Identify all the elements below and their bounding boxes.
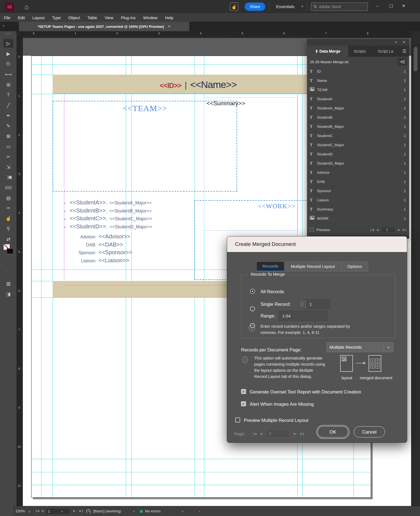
- menu-file[interactable]: File: [4, 16, 10, 20]
- panel-menu-icon[interactable]: ☰: [402, 48, 406, 54]
- free-transform-tool[interactable]: ⇲: [3, 163, 13, 172]
- previous-page-icon[interactable]: ◀: [260, 432, 262, 436]
- field-row-sponsor[interactable]: TSponsor1: [307, 186, 409, 195]
- zoom-tool[interactable]: ⚲: [3, 224, 13, 233]
- zoom-level[interactable]: 100%: [15, 509, 25, 513]
- screen-mode-icon[interactable]: ◨: [3, 290, 13, 299]
- records-per-page-dropdown[interactable]: Multiple Records ∨: [326, 342, 394, 352]
- field-row-summary[interactable]: TSummary1: [307, 205, 409, 214]
- chevron-down-icon[interactable]: ∨: [133, 510, 135, 513]
- eyedropper-tool[interactable]: ✑: [3, 204, 13, 212]
- menu-window[interactable]: Window: [143, 16, 158, 20]
- workspace-switcher[interactable]: Essentials: [276, 4, 294, 9]
- field-row-name[interactable]: TName1: [307, 76, 409, 85]
- single-record-field[interactable]: ∧∨ 1: [298, 299, 330, 309]
- menu-object[interactable]: Object: [68, 16, 80, 20]
- chevron-down-icon[interactable]: ∨: [181, 510, 183, 513]
- type-tool[interactable]: T: [3, 91, 13, 99]
- all-records-radio[interactable]: [250, 289, 255, 294]
- next-record-icon[interactable]: ▶: [398, 228, 400, 232]
- dialog-title[interactable]: Create Merged Document: [227, 236, 407, 252]
- rectangle-tool[interactable]: ▭: [3, 142, 13, 151]
- close-tab-icon[interactable]: ✕: [168, 25, 171, 28]
- preview-record-field[interactable]: 1: [381, 227, 395, 233]
- hand-tool[interactable]: ☝: [3, 214, 13, 223]
- page-number-field[interactable]: 1∨: [46, 508, 70, 515]
- adobe-stock-search-input[interactable]: Adobe Stock: [311, 3, 368, 11]
- previous-page-icon[interactable]: ◀: [41, 509, 43, 513]
- guide-vertical[interactable]: [41, 56, 41, 498]
- dialog-tab-records[interactable]: Records: [257, 262, 284, 271]
- menu-help[interactable]: Help: [165, 16, 173, 20]
- page-tool[interactable]: ⎘: [3, 60, 13, 69]
- gradient-tool[interactable]: [3, 173, 13, 182]
- previous-record-icon[interactable]: ◀: [376, 228, 378, 232]
- note-tool[interactable]: ▤: [3, 194, 13, 202]
- dialog-tab-multiple-record-layout[interactable]: Multiple Record Layout: [284, 262, 342, 271]
- panel-tab-scripts[interactable]: Scripts: [349, 46, 371, 57]
- panel-tab-data-merge[interactable]: ⇕ Data Merge: [307, 46, 349, 57]
- swap-colors-icon[interactable]: ⇄: [3, 235, 13, 244]
- toolbar-grip[interactable]: [5, 33, 12, 34]
- guide-horizontal[interactable]: [31, 485, 371, 485]
- scissors-tool[interactable]: ✂: [3, 152, 13, 161]
- alert-images-checkbox[interactable]: ✓: [241, 401, 246, 406]
- field-row-team[interactable]: TEAM1: [307, 85, 409, 94]
- field-row-dab[interactable]: TDAB1: [307, 177, 409, 186]
- first-page-icon[interactable]: ❙◀: [35, 509, 39, 513]
- panel-expander-icon[interactable]: »: [3, 23, 4, 28]
- active-style[interactable]: [Basic] (working): [93, 509, 121, 513]
- student-list[interactable]: »<<StudentA>>, <<StudentA_Major>>»<<Stud…: [63, 199, 152, 231]
- direct-selection-tool[interactable]: ▶: [3, 49, 13, 58]
- preflight-icon[interactable]: [86, 508, 91, 514]
- vertical-scrollbar[interactable]: [411, 38, 420, 506]
- preview-multiple-record-checkbox[interactable]: [235, 417, 240, 422]
- preview-checkbox[interactable]: [310, 228, 314, 232]
- menu-table[interactable]: Table: [87, 16, 97, 20]
- field-row-studentd[interactable]: TStudentD1: [307, 150, 409, 159]
- create-merged-document-icon[interactable]: [398, 58, 406, 65]
- last-page-icon[interactable]: ▶❙: [300, 432, 304, 436]
- field-row-studenta[interactable]: TStudentA1: [307, 94, 409, 104]
- single-record-radio[interactable]: [250, 306, 255, 311]
- field-row-liaison[interactable]: TLiaison1: [307, 195, 409, 205]
- indesign-logo-icon[interactable]: Id: [5, 2, 14, 12]
- field-row-studentc_major[interactable]: TStudentC_Major1: [307, 140, 409, 150]
- menu-edit[interactable]: Edit: [18, 16, 25, 20]
- page-nav-field[interactable]: 1: [266, 429, 290, 437]
- header-merge-text[interactable]: <<ID>> | <<Name>>: [160, 79, 237, 90]
- line-tool[interactable]: ╱: [3, 101, 13, 110]
- pencil-tool[interactable]: ✎: [3, 121, 13, 130]
- panel-tab-script-la[interactable]: Script La: [371, 46, 400, 57]
- gap-tool[interactable]: ⟷: [3, 70, 13, 79]
- dialog-tab-options[interactable]: Options: [342, 262, 368, 271]
- first-page-icon[interactable]: ❙◀: [252, 432, 256, 436]
- close-button[interactable]: ✕: [402, 3, 406, 8]
- overset-report-checkbox[interactable]: ✓: [241, 389, 246, 394]
- close-panel-icon[interactable]: ✕: [402, 40, 405, 44]
- chevron-down-icon[interactable]: ∨: [301, 4, 303, 8]
- field-row-studentc[interactable]: TStudentC1: [307, 131, 409, 140]
- collapse-panel-icon[interactable]: «: [395, 40, 397, 44]
- range-field[interactable]: 1-54: [279, 311, 327, 321]
- content-collector-tool[interactable]: ⊞: [3, 80, 13, 89]
- field-row-studentb_major[interactable]: TStudentB_Major1: [307, 122, 409, 131]
- gradient-feather-tool[interactable]: [3, 183, 13, 192]
- scrollbar-thumb[interactable]: [414, 47, 417, 71]
- field-row-advisor[interactable]: TAdvisor1: [307, 168, 409, 177]
- home-icon[interactable]: ⌂: [24, 3, 29, 11]
- field-row-studenta_major[interactable]: TStudentA_Major1: [307, 104, 409, 113]
- field-row-studentb[interactable]: TStudentB1: [307, 113, 409, 122]
- selection-tool[interactable]: ▷: [3, 39, 13, 48]
- document-tab[interactable]: *SETUP Teams Pages - use again 2027_conv…: [19, 22, 189, 31]
- scroll-left-icon[interactable]: ‹: [199, 509, 200, 513]
- pen-tool[interactable]: ✒: [3, 111, 13, 120]
- cancel-button[interactable]: Cancel: [354, 426, 385, 437]
- menu-layout[interactable]: Layout: [32, 16, 45, 20]
- next-page-icon[interactable]: ▶: [73, 509, 75, 513]
- stepper-icon[interactable]: ∧∨: [298, 299, 307, 309]
- guide-horizontal[interactable]: [31, 472, 371, 472]
- ok-button[interactable]: OK: [318, 426, 348, 437]
- share-button[interactable]: Share: [245, 3, 265, 11]
- fill-stroke-swatch[interactable]: [3, 244, 13, 253]
